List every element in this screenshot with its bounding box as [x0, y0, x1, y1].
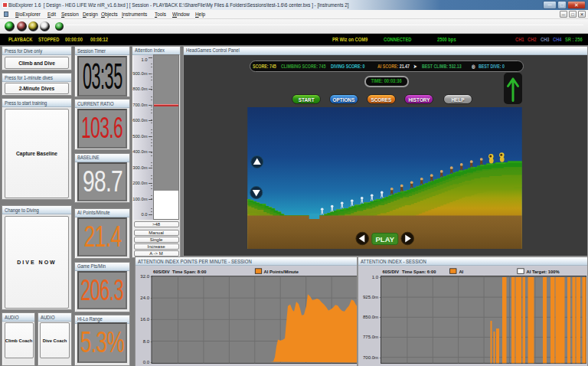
svg-text:32.0: 32.0 — [140, 274, 149, 279]
svg-text:Time Span: 6:00: Time Span: 6:00 — [402, 270, 436, 274]
svg-text:-: - — [380, 315, 381, 319]
svg-text:0.0: 0.0 — [143, 360, 150, 364]
svg-text:AI: AI — [459, 270, 463, 274]
svg-text:-: - — [380, 295, 381, 299]
svg-text:8.0: 8.0 — [143, 339, 150, 344]
svg-text:-: - — [380, 335, 381, 339]
svg-text:Time Span: 8:00: Time Span: 8:00 — [172, 270, 206, 274]
svg-text:-: - — [151, 274, 152, 279]
svg-text:925.0m: 925.0m — [363, 295, 378, 299]
svg-text:700.0m: 700.0m — [363, 355, 378, 360]
svg-text:-: - — [380, 275, 381, 279]
svg-text:-: - — [151, 296, 152, 300]
svg-text:775.0m: 775.0m — [363, 335, 378, 339]
svg-text:60S/DIV: 60S/DIV — [383, 270, 400, 274]
svg-text:850.0m: 850.0m — [363, 315, 378, 319]
svg-text:AI Points/Minute: AI Points/Minute — [264, 270, 299, 274]
svg-text:-: - — [151, 317, 152, 322]
svg-text:AI Target: 100%: AI Target: 100% — [527, 270, 560, 274]
svg-text:-: - — [380, 355, 381, 360]
svg-text:-: - — [151, 339, 152, 344]
svg-text:16.0: 16.0 — [140, 317, 149, 322]
svg-text:60S/DIV: 60S/DIV — [153, 270, 170, 274]
svg-text:1.0: 1.0 — [372, 275, 379, 279]
svg-text:24.0: 24.0 — [140, 296, 149, 300]
svg-text:PLAY: PLAY — [375, 234, 394, 243]
svg-text:-: - — [151, 360, 152, 364]
